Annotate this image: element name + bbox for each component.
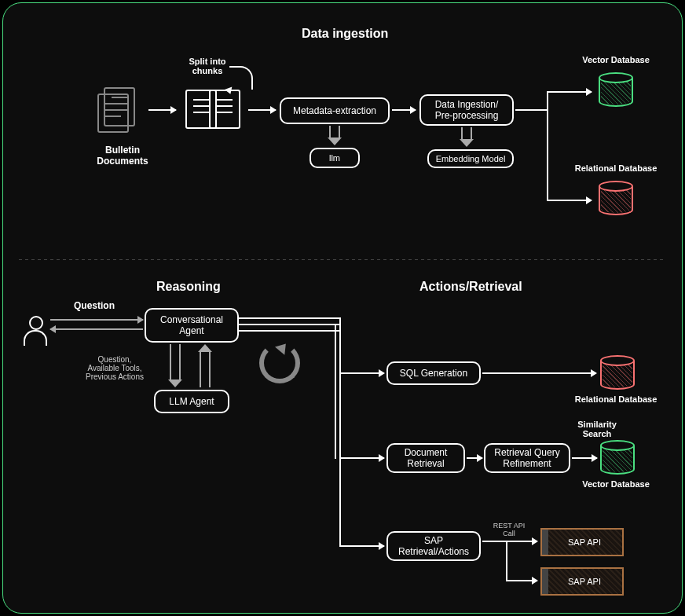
similarity-label: Similarity Search — [567, 420, 627, 438]
arrow-icon — [341, 545, 384, 547]
relational-db-label: Relational Database — [561, 394, 671, 404]
arrow-icon — [572, 457, 597, 459]
connector — [335, 324, 336, 459]
arrow-icon — [341, 372, 384, 374]
data-ingestion-box: Data Ingestion/ Pre-processing — [419, 94, 514, 126]
relational-db-label: Relational Database — [561, 163, 671, 173]
connector — [515, 109, 547, 111]
arrow-icon — [341, 457, 384, 459]
arrow-icon — [392, 109, 416, 111]
arrow-icon — [482, 372, 596, 374]
llm-box: llm — [310, 148, 360, 168]
connector — [339, 317, 341, 547]
arrow-icon — [507, 580, 537, 581]
ingestion-title: Data ingestion — [302, 27, 388, 41]
rest-call-label: REST API Call — [485, 522, 533, 537]
connector — [239, 324, 341, 325]
embedding-box: Embedding Model — [427, 149, 514, 168]
vector-db-label: Vector Database — [569, 479, 663, 489]
connector — [239, 317, 341, 319]
llm-agent-box: LLM Agent — [154, 390, 229, 413]
question-label: Question — [74, 300, 115, 311]
connector — [506, 542, 507, 581]
connector — [239, 330, 341, 332]
sql-gen-box: SQL Generation — [386, 361, 481, 385]
bidirectional-arrow — [50, 319, 143, 330]
database-icon — [600, 355, 635, 390]
vector-db-label: Vector Database — [569, 55, 663, 64]
arrow-icon — [467, 457, 482, 459]
doc-retrieval-box: Document Retrieval — [386, 443, 465, 473]
cycle-icon — [259, 343, 300, 383]
sap-api-box: SAP API — [545, 567, 624, 596]
actions-title: Actions/Retrieval — [419, 280, 522, 294]
arrow-icon — [548, 200, 592, 201]
split-label: Split into chunks — [180, 57, 235, 75]
reasoning-title: Reasoning — [156, 280, 221, 294]
loop-arrow-icon — [229, 66, 253, 90]
arrow-up-icon — [200, 344, 211, 387]
arrow-icon — [248, 109, 276, 111]
arrow-icon — [482, 541, 537, 542]
metadata-box: Metadata-extraction — [280, 97, 390, 124]
sap-api-box: SAP API — [545, 528, 624, 556]
section-divider — [19, 259, 666, 260]
sap-actions-box: SAP Retrieval/Actions — [386, 531, 481, 561]
bulletin-label: Bulletin Documents — [83, 145, 162, 167]
arrow-icon — [148, 109, 176, 111]
person-icon — [24, 316, 47, 347]
database-icon — [600, 440, 635, 475]
conversational-agent-box: Conversational Agent — [145, 308, 239, 343]
arrow-icon — [548, 91, 592, 93]
qap-label: Question, Available Tools, Previous Acti… — [75, 355, 154, 381]
arrow-down-icon — [170, 344, 181, 387]
document-icon — [209, 90, 240, 129]
document-icon — [104, 87, 135, 126]
database-icon — [599, 72, 633, 107]
diagram-canvas: Data ingestion Bulletin Documents Split … — [2, 2, 683, 614]
arrow-down-icon — [461, 127, 472, 147]
arrow-down-icon — [329, 126, 340, 145]
database-icon — [599, 181, 633, 215]
rqr-box: Retrieval Query Refinement — [484, 443, 570, 473]
connector — [547, 91, 548, 201]
